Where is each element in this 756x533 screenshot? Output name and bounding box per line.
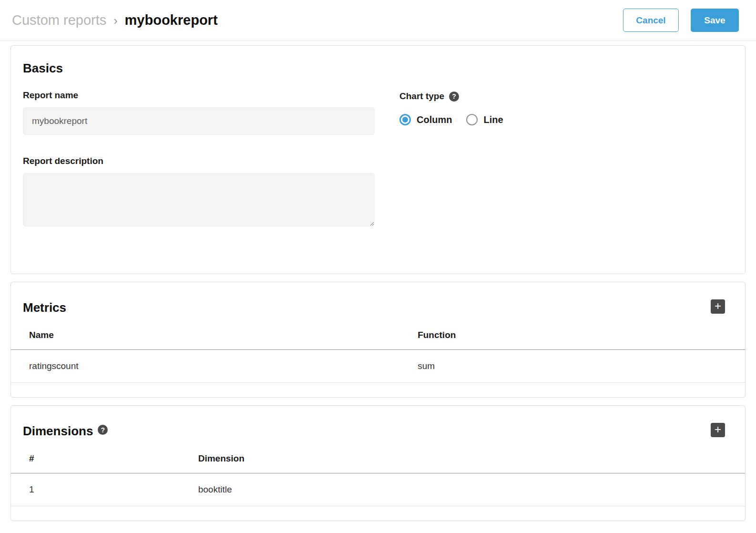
basics-grid: Report name Report description Chart typ… <box>23 90 733 228</box>
report-description-textarea[interactable] <box>23 173 375 226</box>
radio-column[interactable]: Column <box>399 114 452 125</box>
metric-name-cell: ratingscount <box>11 350 418 383</box>
dimensions-col-dimension: Dimension <box>198 444 745 473</box>
dimension-name-cell: booktitle <box>198 473 745 506</box>
cancel-button[interactable]: Cancel <box>623 9 679 32</box>
dimensions-title: Dimensions <box>23 424 93 439</box>
custom-report-editor: Custom reports › mybookreport Cancel Sav… <box>0 0 756 521</box>
help-icon[interactable]: ? <box>98 425 108 435</box>
metrics-table: Name Function ratingscount sum <box>11 321 745 383</box>
basics-card: Basics Report name Report description Ch… <box>10 45 746 274</box>
table-row[interactable]: ratingscount sum <box>11 350 745 383</box>
add-metric-button[interactable]: + <box>711 299 725 314</box>
chart-type-label: Chart type <box>399 91 444 102</box>
table-row[interactable]: 1 booktitle <box>11 473 745 506</box>
header-actions: Cancel Save <box>623 9 739 32</box>
metrics-title: Metrics <box>23 300 66 315</box>
radio-line-label: Line <box>483 114 503 125</box>
chart-type-options: Column Line <box>399 114 503 125</box>
radio-line-circle-icon <box>466 114 478 125</box>
dimension-number-cell: 1 <box>11 473 198 506</box>
help-icon[interactable]: ? <box>449 92 459 102</box>
report-name-label: Report name <box>23 90 376 101</box>
dimensions-card: Dimensions ? + # Dimension 1 booktitle <box>10 405 746 521</box>
chart-type-section: Chart type ? Column Line <box>399 90 503 228</box>
basics-left-column: Report name Report description <box>23 90 376 228</box>
dimensions-header-row: # Dimension <box>11 444 745 473</box>
report-description-label: Report description <box>23 156 376 166</box>
breadcrumb-custom-reports[interactable]: Custom reports <box>12 12 106 28</box>
save-button[interactable]: Save <box>691 9 739 32</box>
metric-function-cell: sum <box>418 350 745 383</box>
radio-line[interactable]: Line <box>466 114 503 125</box>
top-bar: Custom reports › mybookreport Cancel Sav… <box>0 0 756 41</box>
metrics-header-row: Name Function <box>11 321 745 350</box>
breadcrumb-current-report: mybookreport <box>125 12 218 28</box>
dimensions-table: # Dimension 1 booktitle <box>11 444 745 506</box>
radio-column-circle-icon <box>399 114 411 125</box>
metrics-col-function: Function <box>418 321 745 350</box>
metrics-col-name: Name <box>11 321 418 350</box>
add-dimension-button[interactable]: + <box>711 423 725 437</box>
dimensions-col-number: # <box>11 444 198 473</box>
metrics-card: Metrics + Name Function ratingscount sum <box>10 282 746 398</box>
chevron-right-icon: › <box>113 13 117 28</box>
report-name-input[interactable] <box>23 107 375 135</box>
breadcrumb: Custom reports › mybookreport <box>12 12 218 28</box>
basics-title: Basics <box>23 61 733 76</box>
radio-column-label: Column <box>417 114 452 125</box>
